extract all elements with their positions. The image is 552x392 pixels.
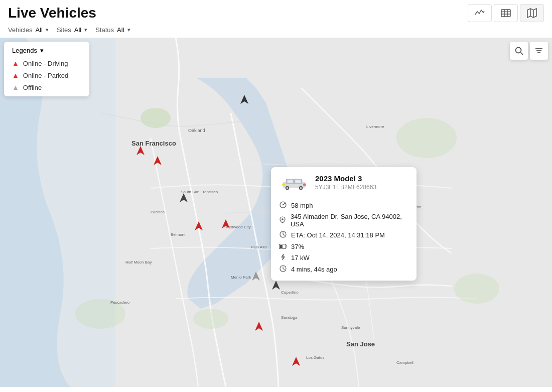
speed-icon [279, 201, 287, 210]
svg-text:Belmont: Belmont [171, 232, 186, 237]
svg-text:Menlo Park: Menlo Park [231, 275, 251, 280]
popup-eta-value: ETA: Oct 14, 2024, 14:31:18 PM [291, 231, 385, 239]
popup-vehicle-info: 2023 Model 3 5YJ3E1EB2MF628663 [315, 174, 376, 191]
svg-text:Campbell: Campbell [396, 360, 413, 365]
svg-text:Half Moon Bay: Half Moon Bay [125, 260, 152, 265]
svg-point-66 [282, 218, 284, 220]
svg-rect-69 [280, 245, 283, 248]
svg-marker-50 [272, 281, 280, 290]
offline-arrow-icon: ▲ [12, 83, 19, 91]
svg-marker-47 [222, 219, 230, 228]
status-filter-label: Status [95, 26, 114, 34]
svg-rect-57 [295, 180, 301, 183]
header: Live Vehicles [0, 0, 552, 24]
popup-vehicle-name: 2023 Model 3 [315, 174, 376, 183]
popup-power-value: 17 kW [291, 254, 310, 262]
vehicle-marker-3[interactable] [154, 156, 162, 168]
map-container[interactable]: San Francisco San Jose Oakland Dublin Su… [0, 38, 552, 387]
svg-marker-48 [195, 221, 203, 230]
legend-item-driving: ▲ Online - Driving [12, 59, 81, 67]
svg-text:Los Gatos: Los Gatos [306, 355, 324, 360]
vehicle-marker-4[interactable] [180, 193, 188, 205]
map-search-button[interactable] [510, 42, 528, 60]
svg-rect-0 [501, 10, 510, 17]
vehicles-filter-value: All [35, 26, 42, 34]
svg-point-15 [454, 274, 499, 304]
status-filter[interactable]: Status All ▾ [95, 26, 130, 34]
svg-point-13 [193, 309, 228, 329]
svg-text:San Jose: San Jose [346, 340, 375, 348]
legends-chevron-icon: ▾ [40, 47, 44, 54]
legends-toggle[interactable]: Legends ▾ [12, 47, 81, 54]
legends-panel: Legends ▾ ▲ Online - Driving ▲ Online - … [4, 42, 89, 96]
map-filter-button[interactable] [530, 42, 548, 60]
table-view-button[interactable] [494, 4, 518, 22]
legend-offline-label: Offline [23, 84, 42, 91]
svg-text:Oakland: Oakland [188, 128, 205, 133]
popup-vin: 5YJ3E1EB2MF628663 [315, 184, 376, 191]
svg-marker-49 [252, 272, 260, 281]
status-filter-value: All [117, 26, 124, 34]
activity-view-button[interactable] [468, 4, 492, 22]
svg-marker-5 [527, 9, 536, 18]
popup-update-value: 4 mins, 44s ago [291, 266, 337, 273]
legend-item-offline: ▲ Offline [12, 83, 81, 91]
svg-marker-45 [154, 156, 162, 165]
svg-text:Palo Alto: Palo Alto [251, 245, 267, 249]
svg-marker-53 [292, 357, 300, 366]
popup-speed-value: 58 mph [291, 202, 313, 209]
page-title: Live Vehicles [8, 5, 96, 21]
popup-power-row: 17 kW [279, 253, 408, 262]
map-view-button[interactable] [520, 4, 544, 22]
power-icon [279, 253, 287, 262]
popup-location-row: 345 Almaden Dr, San Jose, CA 94002, USA [279, 213, 408, 228]
popup-battery-value: 37% [291, 243, 304, 250]
svg-point-38 [516, 48, 521, 53]
legend-driving-label: Online - Driving [23, 60, 68, 67]
vehicles-filter[interactable]: Vehicles All ▾ [8, 26, 49, 34]
popup-speed-row: 58 mph [279, 201, 408, 210]
vehicle-marker-11[interactable] [292, 357, 300, 369]
sites-chevron-icon: ▾ [84, 27, 87, 33]
svg-point-61 [300, 187, 302, 189]
car-image [279, 175, 309, 191]
header-controls [468, 4, 544, 22]
filter-bar: Vehicles All ▾ Sites All ▾ Status All ▾ [0, 24, 552, 38]
location-icon [279, 216, 287, 225]
svg-text:Pescadero: Pescadero [110, 300, 130, 305]
vehicles-chevron-icon: ▾ [46, 27, 49, 33]
svg-text:Cupertino: Cupertino [281, 290, 299, 295]
vehicle-marker-2[interactable] [136, 146, 145, 158]
svg-marker-44 [136, 146, 145, 155]
legend-parked-label: Online - Parked [23, 72, 68, 79]
svg-marker-43 [240, 95, 248, 104]
vehicles-filter-label: Vehicles [8, 26, 32, 34]
update-clock-icon [279, 265, 287, 274]
popup-update-row: 4 mins, 44s ago [279, 265, 408, 274]
vehicle-marker-6[interactable] [195, 221, 203, 233]
svg-rect-63 [303, 183, 306, 186]
svg-line-39 [521, 53, 523, 55]
popup-eta-row: ETA: Oct 14, 2024, 14:31:18 PM [279, 231, 408, 239]
svg-point-59 [287, 187, 289, 189]
eta-clock-icon [279, 231, 287, 239]
svg-point-10 [141, 108, 171, 128]
legend-item-parked: ▲ Online - Parked [12, 71, 81, 79]
popup-location-value: 345 Almaden Dr, San Jose, CA 94002, USA [291, 213, 408, 228]
svg-rect-56 [288, 180, 293, 183]
legends-label: Legends [12, 47, 37, 54]
sites-filter-value: All [74, 26, 81, 34]
vehicle-marker-1[interactable] [240, 95, 248, 107]
vehicle-marker-5[interactable] [222, 219, 230, 231]
vehicle-marker-7[interactable] [252, 272, 260, 284]
popup-header: 2023 Model 3 5YJ3E1EB2MF628663 [279, 174, 408, 196]
sites-filter-label: Sites [57, 26, 71, 34]
vehicle-popup[interactable]: 2023 Model 3 5YJ3E1EB2MF628663 58 mph 34… [271, 167, 417, 281]
svg-rect-62 [282, 183, 285, 186]
parked-arrow-icon: ▲ [12, 71, 19, 79]
sites-filter[interactable]: Sites All ▾ [57, 26, 87, 34]
vehicle-marker-8[interactable] [272, 281, 280, 293]
vehicle-marker-9[interactable] [255, 322, 263, 334]
svg-marker-46 [180, 193, 188, 202]
status-chevron-icon: ▾ [127, 27, 130, 33]
